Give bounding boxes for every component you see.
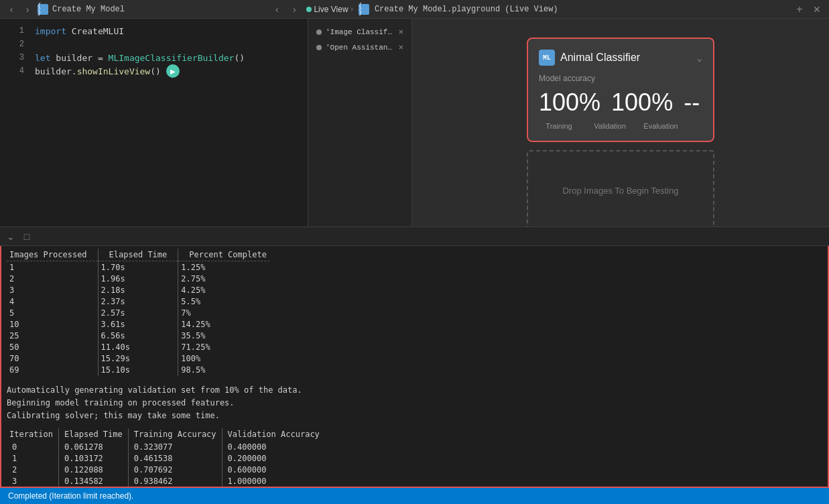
nav-prev-button[interactable]: ‹ xyxy=(271,3,283,15)
titlebar-left: ‹ › { } Create My Model xyxy=(5,3,125,15)
model-header-left: ML Animal Classifier xyxy=(539,50,640,66)
table-row: 10.1031720.4615380.200000 xyxy=(7,452,322,464)
file-label-0: 'Image Classifier B... xyxy=(326,28,395,36)
accuracy-labels: Training Validation Evaluation xyxy=(539,122,702,130)
col-val-acc: Validation Accuracy xyxy=(222,428,322,441)
table-row: 52.57s7% xyxy=(7,308,269,319)
table-row: 11.70s1.25% xyxy=(7,262,269,273)
table-row: 20.1220880.7076920.600000 xyxy=(7,464,322,475)
file-label-1: 'Open Assistant Ed... xyxy=(326,44,395,52)
file-close-0[interactable]: ✕ xyxy=(399,27,403,37)
file-dot-0 xyxy=(316,29,322,35)
code-line-4: 4 builder.showInLiveView() ▶ xyxy=(0,64,308,78)
accuracy-values: 100% 100% -- xyxy=(539,88,702,117)
col-elapsed2: Elapsed Time xyxy=(59,428,129,441)
model-card: ML Animal Classifier ⌄ Model accuracy 10… xyxy=(527,38,714,142)
nav-next-button[interactable]: › xyxy=(288,3,300,15)
training-accuracy: 100% xyxy=(539,88,600,117)
titlebar: ‹ › { } Create My Model ‹ › Live View › … xyxy=(0,0,829,19)
file-item-0[interactable]: 'Image Classifier B... ✕ xyxy=(308,24,411,40)
code-line-2: 2 xyxy=(0,38,308,51)
validation-accuracy: 100% xyxy=(611,88,673,117)
close-button[interactable]: ✕ xyxy=(810,3,824,16)
table-row: 103.61s14.25% xyxy=(7,319,269,330)
validation-label: Validation xyxy=(590,122,630,130)
playground-tab-label: Create My Model.playground (Live View) xyxy=(375,5,558,14)
console-toolbar: ⌄ □ xyxy=(0,227,829,246)
table-images: Images Processed Elapsed Time Percent Co… xyxy=(7,249,269,376)
evaluation-label: Evaluation xyxy=(641,122,681,130)
table-row: 7015.29s100% xyxy=(7,353,269,365)
col-pct: Percent Complete xyxy=(178,249,269,261)
titlebar-center: ‹ › Live View › { } Create My Model.play… xyxy=(271,3,558,15)
add-tab-button[interactable]: + xyxy=(793,3,806,16)
live-view-chevron: › xyxy=(351,5,353,13)
model-card-header: ML Animal Classifier ⌄ xyxy=(539,50,702,66)
table-row: 32.18s4.25% xyxy=(7,285,269,296)
model-name: Animal Classifier xyxy=(560,52,640,64)
table-iterations: Iteration Elapsed Time Training Accuracy… xyxy=(7,428,322,488)
console-expand-button[interactable]: □ xyxy=(21,231,32,242)
chevron-down-icon[interactable]: ⌄ xyxy=(697,52,702,64)
code-line-3: 3 let builder = MLImageClassifierBuilder… xyxy=(0,51,308,64)
ml-icon: ML xyxy=(539,50,555,66)
status-bar: Completed (Iteration limit reached). xyxy=(0,488,829,504)
titlebar-right: + ✕ xyxy=(793,3,824,16)
file-dot-1 xyxy=(316,45,322,50)
training-label: Training xyxy=(539,122,579,130)
col-images: Images Processed xyxy=(7,249,98,261)
run-button[interactable]: ▶ xyxy=(166,64,180,78)
live-view-dot xyxy=(306,7,311,12)
col-train-acc: Training Accuracy xyxy=(128,428,222,441)
accuracy-label: Model accuracy xyxy=(539,74,702,83)
table-row: 256.56s35.5% xyxy=(7,330,269,342)
nav-back-button[interactable]: ‹ xyxy=(5,3,17,15)
console-toggle-button[interactable]: ⌄ xyxy=(5,231,16,242)
file-icon: { } xyxy=(38,4,48,15)
col-elapsed: Elapsed Time xyxy=(98,249,178,261)
console-content[interactable]: Images Processed Elapsed Time Percent Co… xyxy=(0,246,829,488)
live-view-label: Live View xyxy=(314,5,348,14)
table-row: 42.37s5.5% xyxy=(7,296,269,308)
drop-zone-label: Drop Images To Begin Testing xyxy=(563,186,679,196)
nav-forward-button[interactable]: › xyxy=(21,3,34,15)
table-row: 6915.10s98.5% xyxy=(7,365,269,376)
live-view-tab[interactable]: Live View › xyxy=(306,5,353,14)
file-close-1[interactable]: ✕ xyxy=(399,42,403,52)
evaluation-accuracy: -- xyxy=(684,88,700,117)
table-row: 30.1345820.9384621.000000 xyxy=(7,475,322,487)
drop-zone[interactable]: Drop Images To Begin Testing xyxy=(527,150,714,231)
code-line-1: 1 import CreateMLUI xyxy=(0,24,308,38)
col-iter: Iteration xyxy=(7,428,59,441)
console-area: ⌄ □ Images Processed Elapsed Time Percen… xyxy=(0,227,829,488)
playground-file-icon: { } xyxy=(359,4,369,15)
titlebar-file-label: Create My Model xyxy=(52,5,125,14)
table-row: 5011.40s71.25% xyxy=(7,342,269,353)
table-row: 00.0612780.3230770.400000 xyxy=(7,441,322,452)
status-text: Completed (Iteration limit reached). xyxy=(8,491,133,501)
file-item-1[interactable]: 'Open Assistant Ed... ✕ xyxy=(308,40,411,55)
table-row: 21.96s2.75% xyxy=(7,273,269,285)
console-messages: Automatically generating validation set … xyxy=(7,381,822,426)
